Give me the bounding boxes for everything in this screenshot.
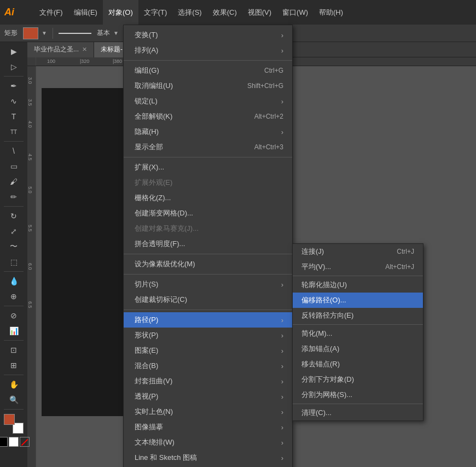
menu-item-line-sketch[interactable]: Line 和 Sketch 图稿 ›: [124, 450, 292, 465]
menu-item-pattern-label: 图案(E): [135, 346, 281, 355]
menu-effect[interactable]: 效果(C): [207, 0, 242, 25]
doc-tab-1[interactable]: 毕业作品之圣... ✕: [27, 42, 94, 57]
object-menu-dropdown[interactable]: 变换(T) › 排列(A) › 编组(G) Ctrl+G 取消编组(U) Shi…: [123, 25, 293, 467]
type-tool-icon[interactable]: T: [5, 109, 22, 124]
menu-item-shape[interactable]: 形状(P) ›: [124, 328, 292, 343]
menu-item-image-trace[interactable]: 图像描摹 ›: [124, 419, 292, 435]
menu-item-unlock-all[interactable]: 全部解锁(K) Alt+Ctrl+2: [124, 109, 292, 124]
direct-selection-tool-icon[interactable]: ▷: [5, 60, 22, 74]
foreground-color-swatch[interactable]: [4, 414, 15, 425]
submenu-simplify[interactable]: 简化(M)...: [293, 326, 423, 341]
menu-item-crop-marks[interactable]: 创建裁切标记(C): [124, 292, 292, 307]
menu-item-arrange[interactable]: 排列(A) ›: [124, 43, 292, 58]
menu-item-ungroup[interactable]: 取消编组(U) Shift+Ctrl+G: [124, 78, 292, 94]
submenu-cleanup[interactable]: 清理(C)...: [293, 405, 423, 421]
menu-item-perspective[interactable]: 透视(P) ›: [124, 389, 292, 404]
menu-item-show-all[interactable]: 显示全部 Alt+Ctrl+3: [124, 139, 292, 155]
menu-object[interactable]: 对象(O): [103, 0, 138, 25]
submenu-outline-stroke[interactable]: 轮廓化描边(U): [293, 277, 423, 293]
touch-type-tool-icon[interactable]: TT: [5, 125, 22, 139]
object-menu-section-3: 扩展(X)... 扩展外观(E) 栅格化(Z)... 创建渐变网格(D)... …: [124, 157, 292, 254]
toolbar-sep-1: [53, 28, 53, 39]
menu-item-slice[interactable]: 切片(S) ›: [124, 277, 292, 292]
menu-item-pattern-arrow: ›: [281, 347, 283, 355]
menu-item-envelope-distort[interactable]: 封套扭曲(V) ›: [124, 373, 292, 389]
ruler-v-label4: 4.5: [27, 154, 33, 161]
menu-item-pattern[interactable]: 图案(E) ›: [124, 343, 292, 358]
menu-item-pixel-perfect[interactable]: 设为像素级优化(M): [124, 256, 292, 272]
menu-view[interactable]: 视图(V): [242, 0, 277, 25]
curvature-tool-icon[interactable]: ∿: [5, 94, 22, 108]
rectangle-tool-icon[interactable]: ▭: [5, 159, 22, 173]
symbol-sprayer-icon[interactable]: ⊘: [5, 308, 22, 323]
tool-sep-1: [4, 76, 24, 77]
menu-item-blend[interactable]: 混合(B) ›: [124, 358, 292, 373]
menu-item-text-wrap[interactable]: 文本绕排(W) ›: [124, 435, 292, 450]
menu-item-show-all-label: 显示全部: [135, 142, 243, 152]
menu-item-group[interactable]: 编组(G) Ctrl+G: [124, 63, 292, 78]
menu-file[interactable]: 文件(F): [34, 0, 68, 25]
menu-text[interactable]: 文字(T): [138, 0, 173, 25]
submenu-simplify-label: 简化(M)...: [301, 329, 414, 338]
submenu-sep-2: [293, 324, 423, 325]
blend-tool-icon[interactable]: ⊕: [5, 289, 22, 303]
eyedropper-tool-icon[interactable]: 💧: [5, 274, 22, 288]
menu-item-flatten-transparency[interactable]: 拼合透明度(F)...: [124, 236, 292, 252]
fill-black-icon[interactable]: [0, 437, 8, 447]
zoom-tool-icon[interactable]: 🔍: [5, 393, 22, 407]
fill-swatch[interactable]: [23, 27, 38, 39]
rotate-tool-icon[interactable]: ↻: [5, 209, 22, 223]
submenu-sep-1: [293, 276, 423, 276]
free-transform-icon[interactable]: ⬚: [5, 255, 22, 269]
menu-item-create-gradient-mesh[interactable]: 创建渐变网格(D)...: [124, 206, 292, 221]
menu-item-expand[interactable]: 扩展(X)...: [124, 160, 292, 175]
stroke-white-icon[interactable]: [9, 437, 19, 447]
pen-tool-icon[interactable]: ✒: [5, 79, 22, 93]
submenu-split-grid[interactable]: 分割为网格(S)...: [293, 387, 423, 402]
stroke-dropdown-arrow[interactable]: ▼: [113, 30, 119, 36]
warp-tool-icon[interactable]: 〜: [5, 240, 22, 254]
menu-item-ungroup-label: 取消编组(U): [135, 81, 236, 91]
menu-item-show-all-shortcut: Alt+Ctrl+3: [254, 143, 283, 151]
menu-item-envelope-arrow: ›: [281, 377, 283, 386]
submenu-remove-anchor[interactable]: 移去锚点(R): [293, 357, 423, 372]
submenu-join[interactable]: 连接(J) Ctrl+J: [293, 244, 423, 259]
menu-item-live-paint[interactable]: 实时上色(N) ›: [124, 404, 292, 419]
fill-dropdown-arrow[interactable]: ▼: [42, 30, 47, 36]
menu-item-mosaic-label: 创建对象马赛克(J)...: [135, 224, 283, 234]
scale-tool-icon[interactable]: ⤢: [5, 224, 22, 238]
submenu-reverse-label: 反转路径方向(E): [301, 311, 414, 320]
menu-edit[interactable]: 编辑(E): [68, 0, 103, 25]
ruler-tick-200: |320: [80, 59, 89, 64]
no-fill-icon[interactable]: [20, 437, 30, 447]
submenu-add-anchor-label: 添加锚点(A): [301, 344, 414, 354]
submenu-add-anchor[interactable]: 添加锚点(A): [293, 341, 423, 357]
menu-item-slice-arrow: ›: [281, 281, 283, 289]
submenu-reverse-path[interactable]: 反转路径方向(E): [293, 308, 423, 323]
ruler-v-label8: 6.5: [27, 301, 33, 308]
menu-help[interactable]: 帮助(H): [314, 0, 349, 25]
menu-item-path[interactable]: 路径(P) ›: [124, 312, 292, 328]
selection-tool-icon[interactable]: ▶: [5, 44, 22, 59]
menu-item-hide[interactable]: 隐藏(H) ›: [124, 124, 292, 139]
path-submenu[interactable]: 连接(J) Ctrl+J 平均(V)... Alt+Ctrl+J 轮廓化描边(U…: [292, 243, 423, 421]
menu-window[interactable]: 窗口(W): [277, 0, 314, 25]
submenu-divide-below[interactable]: 分割下方对象(D): [293, 372, 423, 387]
artboard-tool-icon[interactable]: ⊡: [5, 343, 22, 357]
submenu-average[interactable]: 平均(V)... Alt+Ctrl+J: [293, 259, 423, 275]
submenu-offset-path[interactable]: 偏移路径(O)...: [293, 293, 423, 308]
pencil-tool-icon[interactable]: ✏: [5, 190, 22, 204]
menu-item-rasterize[interactable]: 栅格化(Z)...: [124, 190, 292, 206]
menu-item-shape-arrow: ›: [281, 331, 283, 340]
tool-sep-8: [4, 409, 24, 410]
menu-item-transform[interactable]: 变换(T) ›: [124, 27, 292, 43]
menu-item-lock[interactable]: 锁定(L) ›: [124, 94, 292, 109]
column-graph-tool-icon[interactable]: 📊: [5, 324, 22, 338]
menu-item-arrange-arrow: ›: [281, 46, 283, 55]
slice-tool-icon[interactable]: ⊞: [5, 358, 22, 372]
menu-select[interactable]: 选择(S): [172, 0, 207, 25]
doc-tab-1-close[interactable]: ✕: [82, 46, 87, 53]
hand-tool-icon[interactable]: ✋: [5, 377, 22, 392]
line-tool-icon[interactable]: \: [5, 144, 22, 158]
paintbrush-tool-icon[interactable]: 🖌: [5, 174, 22, 189]
